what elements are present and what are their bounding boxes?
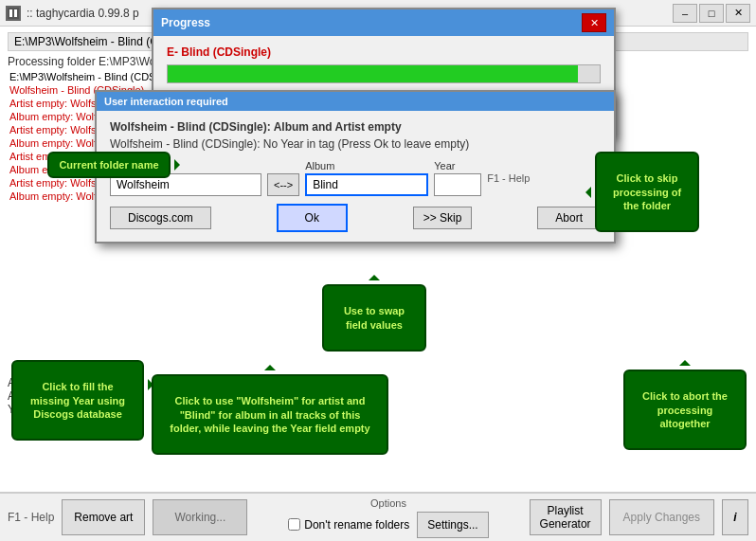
skip-button[interactable]: >> Skip <box>413 207 473 229</box>
dialog-buttons-row: Discogs.com Ok >> Skip Abort <box>110 204 601 232</box>
year-input[interactable] <box>434 173 481 196</box>
apply-changes-button[interactable]: Apply Changes <box>609 499 714 535</box>
album-field-label: Album <box>305 160 428 171</box>
callout-skip-folder: Click to skip processing of the folder <box>595 152 699 232</box>
info-button[interactable]: i <box>722 499 748 535</box>
options-area: Options Don't rename folders Settings... <box>255 497 521 538</box>
working-button: Working... <box>153 499 247 535</box>
swap-button[interactable]: <--> <box>267 173 299 196</box>
progress-close-button[interactable]: ✕ <box>582 13 606 32</box>
progress-title: Progress <box>161 16 210 29</box>
progress-title-bar: Progress ✕ <box>153 9 614 36</box>
year-field-label: Year <box>434 160 481 171</box>
abort-button[interactable]: Abort <box>537 207 601 229</box>
bottom-bar: F1 - Help Remove art Working... Options … <box>0 492 756 541</box>
album-input[interactable] <box>305 173 428 196</box>
minimize-button[interactable]: – <box>673 4 697 23</box>
dont-rename-label: Don't rename folders <box>304 518 409 532</box>
callout-ok-action: Click to use "Wolfsheim" for artist and … <box>152 374 388 455</box>
dialog-message2: Wolfsheim - Blind (CDSingle): No Year in… <box>110 137 601 151</box>
callout-abort-action: Click to abort the processing altogether <box>623 370 747 450</box>
ok-button[interactable]: Ok <box>277 204 348 232</box>
progress-bar-fill-1 <box>168 65 578 82</box>
progress-filename: E- Blind (CDSingle) <box>167 45 601 59</box>
remove-art-button[interactable]: Remove art <box>62 499 145 535</box>
options-label: Options <box>370 497 406 509</box>
album-field-group: Album <box>305 160 428 196</box>
callout-swap-fields: Use to swap field values <box>322 284 426 352</box>
dialog-message1: Wolfsheim - Blind (CDSingle): Album and … <box>110 120 601 134</box>
app-icon <box>6 6 21 21</box>
dialog-title: User interaction required <box>104 96 228 107</box>
options-row: Don't rename folders Settings... <box>288 512 488 538</box>
callout-current-folder: Current folder name <box>47 152 171 178</box>
svg-rect-1 <box>9 9 12 17</box>
window-controls: – □ ✕ <box>673 4 750 23</box>
playlist-generator-button[interactable]: Playlist Generator <box>530 499 602 535</box>
help-area: F1 - Help <box>487 172 530 185</box>
discogs-button[interactable]: Discogs.com <box>110 207 211 229</box>
f1-help-label: F1 - Help <box>8 511 54 524</box>
dont-rename-checkbox-label[interactable]: Don't rename folders <box>288 518 409 532</box>
dialog-content: Wolfsheim - Blind (CDSingle): Album and … <box>97 111 614 242</box>
dont-rename-checkbox[interactable] <box>288 518 300 531</box>
settings-button[interactable]: Settings... <box>417 512 488 538</box>
progress-bar-1 <box>167 64 601 83</box>
callout-discogs: Click to fill the missing Year using Dis… <box>11 360 144 441</box>
help-label: F1 - Help <box>487 172 530 184</box>
dialog-title-bar: User interaction required <box>97 92 614 111</box>
svg-rect-0 <box>8 8 19 19</box>
dialog-fields-row: Artist <--> Album Year F1 - Help <box>110 160 601 196</box>
maximize-button[interactable]: □ <box>699 4 724 23</box>
svg-rect-2 <box>14 9 17 17</box>
app-window: :: taghycardia 0.99.8 p – □ ✕ E:\MP3\Wol… <box>0 0 756 541</box>
year-field-group: Year <box>434 160 481 196</box>
dialog-box: User interaction required Wolfsheim - Bl… <box>95 90 616 243</box>
close-button[interactable]: ✕ <box>726 4 750 23</box>
